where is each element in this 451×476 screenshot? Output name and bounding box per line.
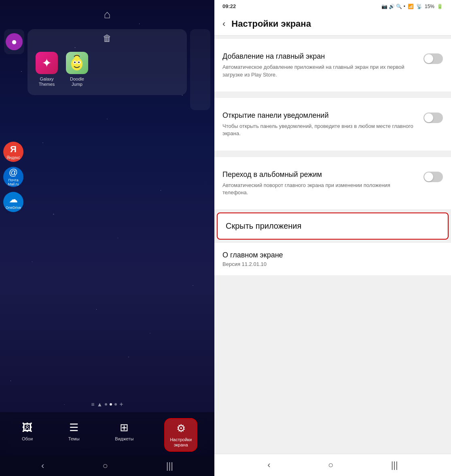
settings-content: Добавление на главный экран Автоматическ… [214,36,451,454]
widgets-label: Виджеты [115,436,133,441]
bottom-nav-left: ‹ ○ ||| [0,456,214,476]
setting-add-home-title: Добавление на главный экран [222,52,415,61]
page-dot-1[interactable] [105,403,107,406]
battery-label: 15% [425,4,434,9]
settings-icon: ⚙ [176,422,186,435]
home-icon: ⌂ [104,8,111,21]
page-dot-2[interactable] [110,403,112,406]
settings-title: Настройки экрана [231,19,311,29]
dock-widgets[interactable]: ⊞ Виджеты [110,418,138,452]
dock-wallpaper[interactable]: 🖼 Обои [17,418,38,452]
right-home-button[interactable]: ○ [328,460,333,470]
status-bar: 09:22 📷 🔊 🔍 • 📶 📡 15% 🔋 [214,0,451,13]
wallpaper-icon: 🖼 [22,421,32,434]
trash-icon[interactable]: 🗑 [32,33,183,44]
dock-settings[interactable]: ⚙ Настройкиэкрана [164,418,197,452]
setting-notifications-desc: Чтобы открыть панель уведомлений, провед… [222,123,415,137]
settings-header: ‹ Настройки экрана [214,13,451,36]
page-dot-3[interactable] [114,403,117,406]
back-arrow-button[interactable]: ‹ [222,19,225,29]
toggle-notifications[interactable] [423,113,443,123]
doodle-jump-item[interactable]: DoodleJump [66,52,88,87]
section-notifications: Открытие панели уведомлений Чтобы открыт… [214,95,451,151]
setting-landscape-title: Переход в альбомный режим [222,170,415,179]
setting-notifications-title: Открытие панели уведомлений [222,111,415,120]
onedrive-app[interactable]: ☁ OneDrive [3,192,23,212]
sidebar-apps: Я Яндекс @ ПочтаMail.ru ☁ OneDrive [3,142,23,212]
doodle-jump-icon [66,52,88,74]
bottom-dock: 🖼 Обои ☰ Темы ⊞ Виджеты ⚙ Настройкиэкран… [0,412,214,456]
toggle-landscape[interactable] [423,172,443,182]
doodle-jump-label: DoodleJump [70,76,84,87]
widget-area: ● 🗑 ✦ GalaxyThemes [0,25,214,214]
app-icons-row: ✦ GalaxyThemes [32,48,183,91]
setting-add-home: Добавление на главный экран Автоматическ… [222,47,443,83]
hide-apps-title: Скрыть приложения [226,221,440,231]
right-back-button[interactable]: ‹ [267,460,270,470]
side-app-icon[interactable]: ● [6,33,23,50]
widgets-icon: ⊞ [120,421,129,434]
main-card: 🗑 ✦ GalaxyThemes [28,29,187,95]
setting-landscape-desc: Автоматический поворот главного экрана п… [222,182,415,196]
bottom-nav-right: ‹ ○ ||| [214,454,451,476]
right-side-widget [190,29,210,110]
left-side-widget: ● [4,29,24,54]
home-button[interactable]: ○ [102,461,108,471]
setting-notifications-text: Открытие панели уведомлений Чтобы открыт… [222,111,423,138]
recents-button[interactable]: ||| [166,461,173,471]
about-version: Версия 11.2.01.10 [222,261,443,267]
status-time: 09:22 [222,3,236,9]
signal-icon: 📡 [416,4,422,9]
themes-icon: ☰ [69,421,78,434]
left-panel: ⌂ ● 🗑 ✦ GalaxyThemes [0,0,214,476]
status-right: 📷 🔊 🔍 • 📶 📡 15% 🔋 [381,4,443,9]
setting-notifications: Открытие панели уведомлений Чтобы открыт… [222,106,443,142]
setting-landscape-text: Переход в альбомный режим Автоматический… [222,170,423,197]
themes-label: Темы [68,436,80,441]
section-add-to-home: Добавление на главный экран Автоматическ… [214,39,451,91]
about-section[interactable]: О главном экране Версия 11.2.01.10 [214,243,451,275]
mail-app[interactable]: @ ПочтаMail.ru [3,167,23,187]
about-title: О главном экране [222,251,443,259]
right-recents-button[interactable]: ||| [391,460,398,470]
setting-add-home-desc: Автоматическое добавление приложений на … [222,64,415,78]
right-panel: 09:22 📷 🔊 🔍 • 📶 📡 15% 🔋 ‹ Настройки экра… [214,0,451,476]
section-landscape: Переход в альбомный режим Автоматический… [214,154,451,210]
galaxy-themes-item[interactable]: ✦ GalaxyThemes [36,52,58,87]
top-bar: ⌂ [0,0,214,25]
setting-add-home-text: Добавление на главный экран Автоматическ… [222,52,423,79]
back-button[interactable]: ‹ [41,461,44,471]
page-indicators: ≡ ▲ + [0,395,214,412]
battery-icon: 🔋 [437,4,443,9]
hide-apps-section[interactable]: Скрыть приложения [217,212,449,240]
dock-themes[interactable]: ☰ Темы [64,418,85,452]
svg-point-3 [74,62,76,63]
wallpaper-label: Обои [22,436,33,441]
galaxy-themes-icon: ✦ [36,52,58,74]
svg-point-4 [78,62,80,63]
settings-label: Настройкиэкрана [170,437,192,448]
wifi-icon: 📶 [408,4,414,9]
yandex-app[interactable]: Я Яндекс [3,142,23,162]
setting-landscape: Переход в альбомный режим Автоматический… [222,165,443,202]
galaxy-themes-label: GalaxyThemes [39,76,55,87]
toggle-add-home[interactable] [423,53,443,64]
status-icons: 📷 🔊 🔍 • [381,4,405,9]
